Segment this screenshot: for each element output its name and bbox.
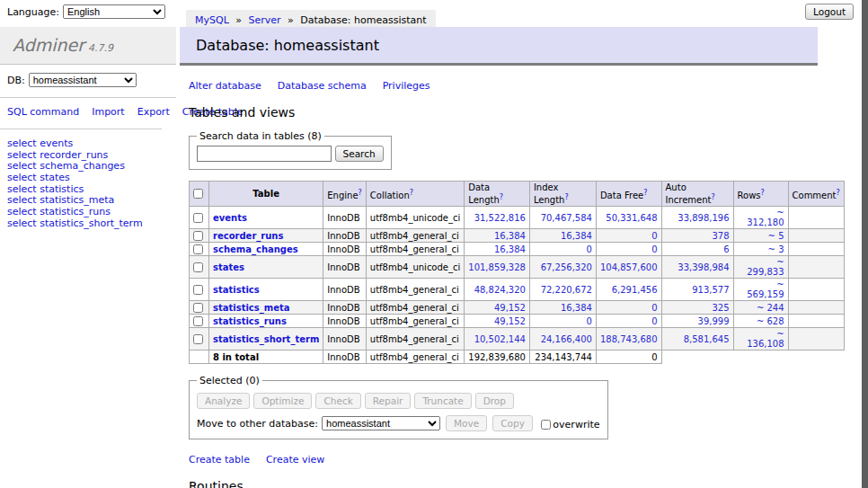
link-create-view[interactable]: Create view bbox=[266, 454, 324, 466]
auto-increment-link[interactable]: 913,577 bbox=[692, 285, 729, 295]
link-create-table[interactable]: Create table bbox=[189, 454, 250, 466]
rows-link[interactable]: ~ 628 bbox=[757, 316, 784, 326]
data-length-link[interactable]: 49,152 bbox=[494, 316, 526, 326]
data-free-link[interactable]: 50,331,648 bbox=[606, 213, 657, 223]
column-help-link[interactable]: ? bbox=[410, 189, 413, 197]
data-length-link[interactable]: 49,152 bbox=[494, 303, 526, 313]
analyze-button[interactable]: Analyze bbox=[197, 393, 250, 409]
sidebar-link-import[interactable]: Import bbox=[92, 106, 125, 118]
table-link-events[interactable]: events bbox=[213, 213, 247, 223]
rows-link[interactable]: ~ 299,833 bbox=[747, 257, 784, 277]
overwrite-checkbox[interactable] bbox=[541, 420, 551, 430]
auto-increment-link[interactable]: 325 bbox=[712, 303, 729, 313]
search-input[interactable] bbox=[197, 146, 332, 162]
language-select[interactable]: English bbox=[63, 4, 165, 19]
data-free-link[interactable]: 0 bbox=[651, 316, 657, 326]
index-length-link[interactable]: 16,384 bbox=[561, 231, 592, 241]
check-button[interactable]: Check bbox=[315, 393, 360, 409]
rows-link[interactable]: ~ 569,159 bbox=[747, 279, 784, 299]
move-button[interactable]: Move bbox=[446, 415, 487, 431]
index-length-link[interactable]: 70,467,584 bbox=[541, 213, 592, 223]
column-help-link[interactable]: ? bbox=[761, 189, 765, 197]
data-length-link[interactable]: 16,384 bbox=[494, 231, 526, 241]
data-length-link[interactable]: 48,824,320 bbox=[474, 285, 526, 295]
breadcrumb-server[interactable]: Server bbox=[249, 14, 281, 26]
row-checkbox[interactable] bbox=[193, 262, 203, 272]
data-free-link[interactable]: 188,743,680 bbox=[600, 334, 658, 344]
table-link-recorder-runs[interactable]: recorder_runs bbox=[213, 231, 283, 241]
drop-button[interactable]: Drop bbox=[475, 393, 514, 409]
data-length-link[interactable]: 10,502,144 bbox=[474, 334, 526, 344]
logout-button[interactable]: Logout bbox=[805, 4, 854, 20]
column-header-data-free: Data Free? bbox=[596, 182, 661, 207]
data-length-link[interactable]: 16,384 bbox=[494, 244, 526, 254]
index-length-link[interactable]: 72,220,672 bbox=[541, 285, 592, 295]
auto-increment-link[interactable]: 378 bbox=[712, 231, 729, 241]
rows-link[interactable]: ~ 5 bbox=[768, 231, 784, 241]
auto-increment-link[interactable]: 6 bbox=[723, 244, 729, 254]
select-all-checkbox[interactable] bbox=[193, 189, 203, 199]
rows-link[interactable]: ~ 3 bbox=[768, 244, 784, 254]
table-link-schema-changes[interactable]: schema_changes bbox=[213, 244, 298, 254]
data-free-link[interactable]: 0 bbox=[651, 244, 657, 254]
data-free-link[interactable]: 104,857,600 bbox=[600, 262, 658, 272]
index-length-link[interactable]: 67,256,320 bbox=[541, 262, 592, 272]
sidebar-link-export[interactable]: Export bbox=[137, 106, 170, 118]
rows-link[interactable]: ~ 244 bbox=[757, 303, 784, 313]
total-collation-cell: utf8mb4_general_ci bbox=[366, 350, 464, 364]
comment-cell bbox=[788, 279, 844, 301]
auto-increment-link[interactable]: 33,398,984 bbox=[678, 262, 729, 272]
action-link-database-schema[interactable]: Database schema bbox=[278, 80, 367, 92]
row-checkbox[interactable] bbox=[193, 303, 203, 313]
column-help-link[interactable]: ? bbox=[564, 193, 568, 201]
data-free-link[interactable]: 0 bbox=[651, 231, 657, 241]
column-help-link[interactable]: ? bbox=[712, 193, 715, 201]
table-name-cell: statistics_meta bbox=[209, 301, 323, 315]
table-link-states[interactable]: states bbox=[213, 262, 244, 272]
truncate-button[interactable]: Truncate bbox=[414, 393, 471, 409]
row-checkbox[interactable] bbox=[193, 213, 203, 223]
optimize-button[interactable]: Optimize bbox=[253, 393, 312, 409]
auto-increment-link[interactable]: 39,999 bbox=[698, 316, 730, 326]
column-help-link[interactable]: ? bbox=[837, 189, 840, 197]
table-link-statistics-short-term[interactable]: statistics_short_term bbox=[213, 334, 319, 344]
data-free-link[interactable]: 6,291,456 bbox=[612, 285, 658, 295]
column-help-link[interactable]: ? bbox=[500, 193, 503, 201]
row-checkbox[interactable] bbox=[193, 231, 203, 241]
repair-button[interactable]: Repair bbox=[365, 393, 412, 409]
column-help-link[interactable]: ? bbox=[643, 189, 647, 197]
row-checkbox[interactable] bbox=[193, 244, 203, 254]
data-free-link[interactable]: 0 bbox=[651, 303, 657, 313]
breadcrumb-mysql[interactable]: MySQL bbox=[195, 14, 229, 26]
copy-button[interactable]: Copy bbox=[492, 415, 533, 431]
rows-link[interactable]: ~ 136,108 bbox=[747, 329, 784, 349]
sidebar-link-sql-command[interactable]: SQL command bbox=[7, 106, 79, 118]
auto-increment-link[interactable]: 8,581,645 bbox=[684, 334, 730, 344]
search-button[interactable]: Search bbox=[335, 146, 384, 162]
vertical-scrollbar[interactable] bbox=[861, 0, 868, 488]
table-link-statistics-runs[interactable]: statistics_runs bbox=[213, 316, 287, 326]
sidebar-select-statistics-runs[interactable]: select statistics_runs bbox=[7, 207, 169, 218]
column-help-link[interactable]: ? bbox=[359, 189, 362, 197]
data-length-link[interactable]: 31,522,816 bbox=[474, 213, 526, 223]
sidebar-select-events[interactable]: select events bbox=[7, 138, 169, 150]
row-checkbox[interactable] bbox=[193, 316, 203, 326]
row-checkbox[interactable] bbox=[193, 285, 203, 295]
table-link-statistics-meta[interactable]: statistics_meta bbox=[213, 303, 289, 313]
row-checkbox[interactable] bbox=[193, 334, 203, 344]
db-select[interactable]: homeassistant bbox=[29, 73, 137, 87]
index-length-link[interactable]: 16,384 bbox=[561, 303, 592, 313]
action-link-privileges[interactable]: Privileges bbox=[383, 80, 430, 92]
table-header-row: TableEngine?Collation?Data Length?Index … bbox=[190, 182, 845, 207]
sidebar-select-statistics-short-term[interactable]: select statistics_short_term bbox=[7, 218, 169, 230]
auto-increment-link[interactable]: 33,898,196 bbox=[678, 213, 729, 223]
action-link-alter-database[interactable]: Alter database bbox=[189, 80, 261, 92]
index-length-link[interactable]: 24,166,400 bbox=[541, 334, 592, 344]
move-db-select[interactable]: homeassistant bbox=[322, 416, 440, 430]
index-length-link[interactable]: 0 bbox=[587, 316, 592, 326]
table-link-statistics[interactable]: statistics bbox=[213, 285, 260, 295]
sidebar-select-states[interactable]: select states bbox=[7, 173, 169, 184]
rows-link[interactable]: ~ 312,180 bbox=[747, 208, 784, 227]
index-length-link[interactable]: 0 bbox=[587, 244, 592, 254]
data-length-link[interactable]: 101,859,328 bbox=[468, 262, 526, 272]
